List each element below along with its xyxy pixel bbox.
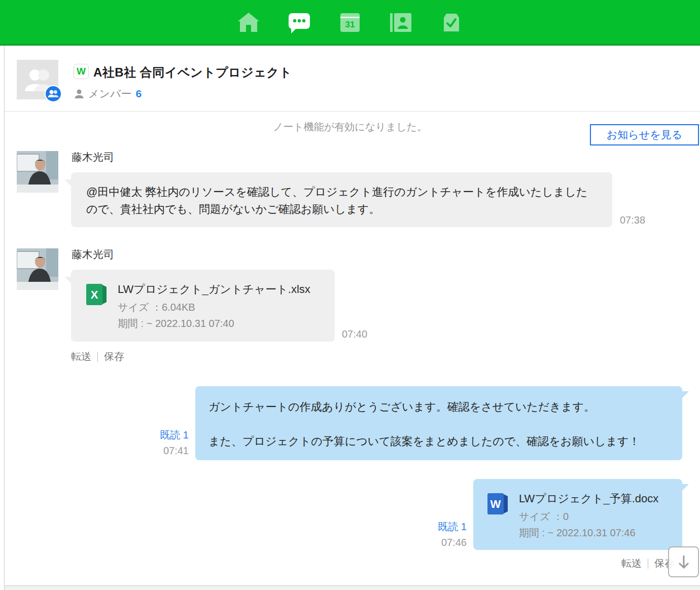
contacts-icon[interactable] (389, 11, 412, 34)
works-service-icon: W (74, 64, 89, 79)
message-time: 07:41 (122, 445, 189, 457)
excel-file-icon: X (85, 283, 109, 306)
message-text: また、プロジェクトの予算について該案をまとめましたので、確認をお願いします！ (208, 433, 669, 450)
scroll-to-bottom-button[interactable] (668, 546, 699, 577)
top-navigation-bar: 31 (0, 0, 700, 46)
file-action-links: 転送 保存 (71, 350, 124, 363)
message-time: 07:46 (401, 537, 467, 548)
own-file-message-bubble[interactable]: W LWプロジェクト_予算.docx サイズ ：0 期間 : ~ 2022.10… (473, 479, 682, 550)
message-time: 07:40 (342, 328, 367, 340)
action-separator (97, 352, 98, 362)
header-divider (5, 111, 700, 112)
chat-window: 31 W A社B社 合同イベントプロジェクト (0, 0, 700, 590)
save-link[interactable]: 保存 (104, 350, 124, 363)
member-count: 6 (135, 88, 142, 100)
bubble-tail (64, 179, 73, 188)
message-text: ガントチャートの作成ありがとうございます。確認をさせていただきます。 (208, 398, 669, 416)
svg-text:X: X (91, 288, 98, 301)
home-icon[interactable] (237, 11, 260, 34)
forward-link[interactable]: 転送 (621, 557, 642, 570)
arrow-down-icon (675, 554, 692, 571)
calendar-icon[interactable]: 31 (338, 11, 362, 34)
view-announcement-button[interactable]: お知らせを見る (590, 124, 699, 145)
svg-text:31: 31 (345, 20, 355, 29)
sender-avatar[interactable] (17, 151, 58, 193)
read-count: 既読 1 (122, 428, 189, 442)
action-separator (648, 559, 648, 569)
forward-link[interactable]: 転送 (71, 350, 91, 363)
read-count: 既読 1 (401, 520, 467, 534)
sender-avatar[interactable] (17, 248, 58, 290)
tasks-icon[interactable] (440, 11, 463, 34)
word-file-icon: W (486, 492, 510, 515)
room-title: A社B社 合同イベントプロジェクト (93, 64, 292, 81)
members-label: メンバー (88, 87, 131, 101)
own-message-bubble: ガントチャートの作成ありがとうございます。確認をさせていただきます。 また、プロ… (195, 386, 682, 460)
bubble-tail (681, 391, 689, 399)
sender-name: 藤木光司 (72, 247, 114, 262)
file-period: 期間 : ~ 2022.10.31 07:40 (118, 315, 310, 331)
file-period: 期間 : ~ 2022.10.31 07:46 (519, 525, 658, 541)
file-size: サイズ ：0 (519, 508, 658, 525)
file-name: LWプロジェクト_ガントチャート.xlsx (118, 282, 310, 297)
input-area-edge (5, 586, 700, 590)
bubble-tail (681, 484, 689, 492)
message-bubble: @田中健太 弊社内のリソースを確認して、プロジェクト進行のガントチャートを作成い… (71, 172, 612, 227)
message-icon[interactable] (288, 11, 311, 34)
member-icon (74, 89, 84, 99)
file-message-bubble[interactable]: X LWプロジェクト_ガントチャート.xlsx サイズ ：6.04KB 期間 :… (71, 270, 335, 342)
file-action-links: 転送 保存 (621, 557, 675, 570)
file-size: サイズ ：6.04KB (118, 299, 310, 315)
sender-name: 藤木光司 (72, 150, 114, 164)
file-name: LWプロジェクト_予算.docx (519, 491, 658, 506)
member-count-row[interactable]: メンバー 6 (74, 87, 142, 101)
read-status: 既読 1 07:41 (122, 428, 189, 457)
group-badge-icon (45, 85, 62, 102)
message-time: 07:38 (620, 214, 645, 226)
bubble-tail (64, 277, 73, 285)
read-status: 既読 1 07:46 (401, 520, 467, 548)
svg-text:W: W (491, 498, 501, 510)
message-text: @田中健太 弊社内のリソースを確認して、プロジェクト進行のガントチャートを作成い… (86, 183, 597, 218)
